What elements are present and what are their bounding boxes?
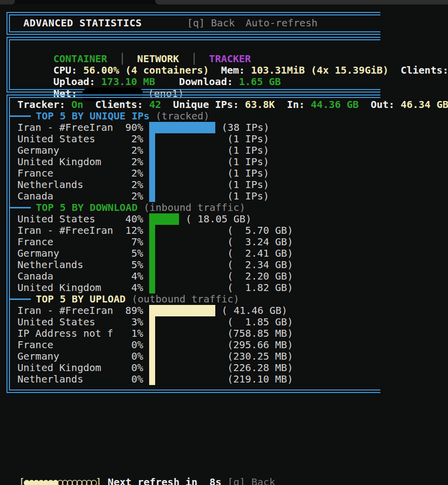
country-name: United Kingdom <box>17 282 101 293</box>
country-percent: 0% <box>103 339 143 351</box>
country-name: Germany <box>17 145 59 156</box>
tracker-segment: 42 <box>149 98 161 110</box>
country-bar <box>149 316 155 328</box>
download-value: 1.65 GB <box>239 76 281 88</box>
section-title: TOP 5 BY UPLOAD <box>36 293 126 305</box>
upload-label: Upload: <box>53 76 101 88</box>
country-name: Netherlands <box>17 259 83 271</box>
country-bar <box>149 271 155 282</box>
country-bar <box>149 362 155 374</box>
country-value: ( 41.46 GB) <box>222 305 287 316</box>
tracker-segment: Unique IPs: <box>161 98 245 110</box>
tracker-segment: In: <box>275 98 311 110</box>
country-value: ( 2.41 GB) <box>227 248 293 259</box>
country-name: France <box>17 339 53 351</box>
country-name: France <box>17 168 53 179</box>
country-bar <box>149 225 155 236</box>
page-title: ADVANCED STATISTICS <box>23 17 142 29</box>
country-bar <box>149 179 155 191</box>
stat-row: United Kingdom0%(226.28 MB) <box>10 362 380 374</box>
stat-row: United States2%(1 IPs) <box>10 133 380 145</box>
section-rule <box>10 207 31 208</box>
country-percent: 2% <box>103 191 143 202</box>
country-value: (219.10 MB) <box>227 374 293 385</box>
tracker-segment: 46.34 GB <box>401 98 448 110</box>
country-name: Canada <box>17 191 53 202</box>
country-name: United Kingdom <box>17 156 101 168</box>
country-percent: 5% <box>103 259 143 271</box>
auto-refresh-toggle[interactable]: Auto-refresh <box>246 17 318 29</box>
tab-separator: │ <box>179 53 209 65</box>
country-bar <box>149 374 155 385</box>
country-value: ( 2.20 GB) <box>227 271 293 282</box>
country-percent: 0% <box>103 351 143 362</box>
country-percent: 2% <box>103 156 143 168</box>
tracker-segment: On <box>71 98 83 110</box>
country-percent: 2% <box>103 133 143 145</box>
country-name: Iran - #FreeIran <box>17 122 113 133</box>
tab-separator: │ <box>107 53 137 65</box>
country-percent: 12% <box>103 225 143 236</box>
back-shortcut[interactable]: [q] Back <box>187 17 235 29</box>
country-bar <box>149 191 155 202</box>
next-refresh-label: Next refresh in 8s <box>101 476 221 485</box>
stat-row: United States3%( 1.85 GB) <box>10 316 380 328</box>
country-value: ( 18.05 GB) <box>185 213 251 225</box>
country-value: ( 1.82 GB) <box>227 282 293 293</box>
country-bar <box>149 248 155 259</box>
country-percent: 2% <box>103 168 143 179</box>
country-percent: 0% <box>103 362 143 374</box>
country-name: Netherlands <box>17 179 83 191</box>
country-percent: 4% <box>103 282 143 293</box>
country-value: (1 IPs) <box>227 168 269 179</box>
country-percent: 4% <box>103 271 143 282</box>
tab-tracker[interactable]: TRACKER <box>209 53 251 65</box>
country-bar <box>149 213 179 225</box>
summary-box: CONTAINER │ NETWORK │ TRACKER CPU: 56.00… <box>6 37 380 93</box>
tracker-stats-box: Tracker: On Clients: 42 Unique IPs: 63.8… <box>6 95 380 393</box>
tracker-segment: Clients: <box>83 98 149 110</box>
country-bar <box>149 351 155 362</box>
mem-label: Mem: <box>209 64 251 76</box>
country-bar <box>149 259 155 271</box>
country-value: (758.85 MB) <box>227 328 293 339</box>
country-percent: 3% <box>103 316 143 328</box>
stat-row: United States40%( 18.05 GB) <box>10 213 380 225</box>
section-subtitle: (inbound traffic) <box>138 201 246 213</box>
window-tab-left-stub[interactable] <box>0 0 15 4</box>
tracker-summary-line: Tracker: On Clients: 42 Unique IPs: 63.8… <box>10 99 448 110</box>
country-value: (230.25 MB) <box>227 351 293 362</box>
cpu-label: CPU: <box>53 64 83 76</box>
back-shortcut-bottom[interactable]: [q] Back <box>221 476 275 485</box>
stat-row: Germany0%(230.25 MB) <box>10 351 380 362</box>
country-name: France <box>17 236 53 248</box>
window-tab-bar <box>0 0 448 4</box>
section-header: TOP 5 BY UNIQUE IPs (tracked) <box>10 110 380 122</box>
country-name: Iran - #FreeIran <box>17 225 113 236</box>
stat-row: Iran - #FreeIran90%(38 IPs) <box>10 122 380 133</box>
country-name: Iran - #FreeIran <box>17 305 113 316</box>
stat-row: United Kingdom2%(1 IPs) <box>10 156 380 168</box>
country-value: ( 2.34 GB) <box>227 259 293 271</box>
tab-container[interactable]: CONTAINER <box>53 53 107 65</box>
top5-sections: TOP 5 BY UNIQUE IPs (tracked)Iran - #Fre… <box>10 110 380 385</box>
window-tab-bar-right[interactable] <box>155 0 448 4</box>
stat-row: Canada2%(1 IPs) <box>10 191 380 202</box>
stat-row: Netherlands2%(1 IPs) <box>10 179 380 191</box>
country-value: (1 IPs) <box>227 179 269 191</box>
upload-value: 173.10 MB <box>101 76 155 88</box>
country-name: Germany <box>17 351 59 362</box>
country-percent: 1% <box>103 328 143 339</box>
country-value: ( 5.70 GB) <box>227 225 293 236</box>
country-value: (1 IPs) <box>227 156 269 168</box>
country-bar <box>149 156 155 168</box>
country-name: Netherlands <box>17 374 83 385</box>
stat-row: France0%(295.66 MB) <box>10 339 380 351</box>
country-percent: 2% <box>103 179 143 191</box>
tracker-segment: Tracker: <box>17 98 71 110</box>
country-percent: 90% <box>103 122 143 133</box>
clients-label: Clients: <box>389 64 448 76</box>
country-name: United States <box>17 133 95 145</box>
country-name: United Kingdom <box>17 362 101 374</box>
tab-network[interactable]: NETWORK <box>137 53 179 65</box>
